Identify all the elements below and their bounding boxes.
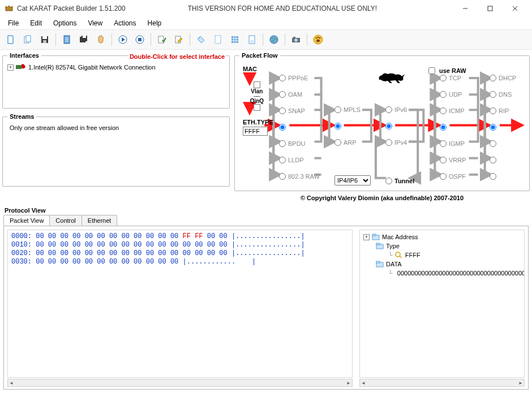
use-raw-checkbox[interactable]: [428, 67, 435, 74]
tree-item[interactable]: └000000000000000000000000000000000000000…: [363, 269, 521, 278]
menu-actions[interactable]: Actions: [108, 18, 141, 28]
proto-c2-pass[interactable]: [334, 122, 380, 131]
globe-icon[interactable]: [267, 32, 281, 47]
expand-icon[interactable]: +: [363, 234, 370, 240]
packet-flow-legend: Packet Flow: [239, 52, 280, 59]
proto-col-2: MPLS ARP: [334, 105, 380, 147]
close-button[interactable]: [503, 1, 527, 16]
proto-arp[interactable]: ARP: [334, 138, 380, 147]
svg-rect-23: [215, 36, 221, 44]
tab-packet-view[interactable]: Packet View: [3, 215, 50, 226]
doc-blue-icon[interactable]: [59, 32, 74, 47]
proto-c5-r7[interactable]: [490, 172, 532, 181]
proto-col-3: IPv6 IPv4: [385, 105, 431, 147]
proto-c5-r6[interactable]: [490, 156, 532, 165]
mac-label: MAC: [243, 66, 273, 72]
menu-help[interactable]: Help: [142, 18, 168, 28]
save-all-icon[interactable]: [76, 32, 91, 47]
tree-item[interactable]: +Mac Address: [363, 232, 521, 241]
protocol-view-label: Protocol View: [5, 207, 527, 214]
proto-rip[interactable]: RIP: [490, 106, 532, 115]
tunnel-group: Tunnel: [385, 178, 414, 184]
expand-icon[interactable]: +: [7, 64, 14, 71]
hex-scrollbar[interactable]: ◄►: [7, 379, 353, 387]
play-icon[interactable]: [115, 32, 130, 47]
menu-bar: File Edit Options View Actions Help: [0, 17, 532, 29]
proto-col-5: DHCP DNS RIP: [490, 74, 532, 181]
tunnel-radio[interactable]: [385, 178, 392, 184]
ip-version-select-wrap: IP4/IP6: [334, 175, 371, 185]
proto-tcp[interactable]: TCP: [440, 74, 485, 83]
vlan-qinq-stack: Vlan ----- QinQ: [241, 81, 273, 111]
hand-icon[interactable]: [93, 32, 108, 47]
menu-file[interactable]: File: [2, 18, 24, 28]
app-icon: [5, 4, 14, 13]
packet-flow-group: Packet Flow: [234, 52, 530, 191]
tab-ethernet[interactable]: Ethernet: [81, 215, 118, 226]
ethtype-input[interactable]: [243, 127, 268, 136]
proto-ipv6[interactable]: IPv6: [385, 105, 431, 114]
proto-dhcp[interactable]: DHCP: [490, 74, 532, 83]
interfaces-hint: Double-Click for select interface: [128, 53, 226, 60]
hex-dump[interactable]: 0000: 00 00 00 00 00 00 00 00 00 00 00 0…: [7, 230, 353, 378]
svg-rect-30: [250, 40, 254, 42]
maximize-button[interactable]: [478, 1, 503, 16]
toolbar: [0, 29, 532, 50]
edit-pencil-icon[interactable]: [171, 32, 186, 47]
proto-lldp[interactable]: LLDP: [279, 156, 324, 165]
tunnel-label: Tunnel: [394, 178, 414, 184]
title-bar: Cat KARAT Packet Builder 1.51.200 THIS V…: [0, 0, 532, 17]
grid-icon[interactable]: [228, 32, 242, 47]
camera-icon[interactable]: [289, 32, 303, 47]
new-file-icon[interactable]: [3, 32, 18, 47]
qinq-checkbox[interactable]: [254, 104, 260, 111]
vlan-checkbox[interactable]: [254, 81, 260, 88]
edit-check-icon[interactable]: [155, 32, 169, 47]
proto-c3-pass[interactable]: [385, 122, 431, 131]
svg-rect-56: [376, 261, 380, 263]
menu-view[interactable]: View: [82, 18, 108, 28]
toolbar-separator: [111, 33, 112, 46]
ip-version-select[interactable]: IP4/IP6: [334, 175, 371, 185]
tree-item[interactable]: Type: [363, 241, 521, 251]
proto-ospf[interactable]: OSPF: [440, 172, 485, 181]
tree-label: Type: [386, 243, 400, 249]
proto-mpls[interactable]: MPLS: [334, 105, 380, 114]
minimize-button[interactable]: [453, 1, 478, 16]
tab-control[interactable]: Control: [49, 215, 81, 226]
menu-options[interactable]: Options: [48, 18, 82, 28]
tree-item[interactable]: └FFFF: [363, 251, 521, 260]
proto-c5-r5[interactable]: [490, 139, 532, 148]
packet-tree[interactable]: +Mac AddressType└FFFFDATA└00000000000000…: [359, 230, 525, 378]
proto-igmp[interactable]: IGMP: [440, 139, 485, 148]
stop-icon[interactable]: [132, 32, 147, 47]
page-icon[interactable]: [211, 32, 225, 47]
copy-icon[interactable]: [20, 32, 35, 47]
interface-row[interactable]: + 1.Intel(R) 82574L Gigabit Network Conn…: [7, 62, 225, 72]
interfaces-legend: Interfaces: [7, 52, 41, 59]
proto-c4-pass[interactable]: [440, 123, 485, 132]
svg-point-31: [270, 36, 278, 44]
proto-c5-pass[interactable]: [490, 123, 532, 132]
page2-icon[interactable]: [244, 32, 259, 47]
paw-icon[interactable]: [311, 32, 325, 47]
proto-snap[interactable]: SNAP: [279, 106, 324, 115]
proto-udp[interactable]: UDP: [440, 90, 485, 99]
proto-vrrp[interactable]: VRRP: [440, 156, 485, 165]
tree-scrollbar[interactable]: ◄►: [359, 379, 525, 387]
menu-edit[interactable]: Edit: [24, 18, 48, 28]
tree-item[interactable]: DATA: [363, 260, 521, 269]
hex-pane: 0000: 00 00 00 00 00 00 00 00 00 00 00 0…: [4, 226, 356, 389]
proto-oam[interactable]: OAM: [279, 90, 324, 99]
proto-icmp[interactable]: ICMP: [440, 106, 485, 115]
tag-icon[interactable]: [194, 32, 208, 47]
tree-label: FFFF: [405, 252, 421, 258]
proto-pppoe[interactable]: PPPoE: [279, 74, 324, 83]
tree-label: DATA: [386, 261, 402, 267]
save-icon[interactable]: [37, 32, 52, 47]
proto-8023raw[interactable]: 802.3 RAW: [279, 172, 324, 181]
proto-c1-pass[interactable]: [279, 123, 324, 132]
proto-bpdu[interactable]: BPDU: [279, 139, 324, 148]
proto-dns[interactable]: DNS: [490, 90, 532, 99]
proto-ipv4[interactable]: IPv4: [385, 138, 431, 147]
